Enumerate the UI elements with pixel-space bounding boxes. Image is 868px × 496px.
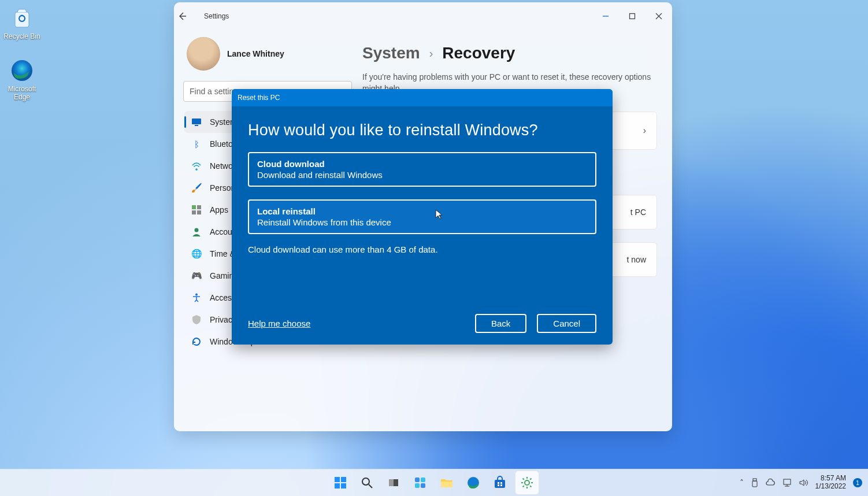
taskbar-file-explorer[interactable] bbox=[435, 471, 458, 494]
shield-icon bbox=[191, 314, 202, 325]
search-button[interactable] bbox=[355, 471, 379, 494]
taskbar-edge[interactable] bbox=[462, 471, 485, 494]
option-local-reinstall[interactable]: Local reinstall Reinstall Windows from t… bbox=[248, 199, 596, 234]
breadcrumb-current: Recovery bbox=[442, 44, 515, 62]
taskbar-store[interactable] bbox=[488, 471, 511, 494]
svg-rect-6 bbox=[192, 205, 196, 209]
chevron-right-icon: › bbox=[429, 47, 433, 60]
breadcrumb: System › Recovery bbox=[362, 44, 657, 62]
help-me-choose-link[interactable]: Help me choose bbox=[248, 319, 310, 328]
svg-rect-29 bbox=[498, 484, 499, 486]
svg-rect-15 bbox=[341, 483, 346, 488]
desktop-icon-label: Recycle Bin bbox=[2, 32, 42, 40]
svg-rect-4 bbox=[192, 119, 201, 124]
dialog-note: Cloud download can use more than 4 GB of… bbox=[248, 245, 596, 254]
tray-usb-icon[interactable] bbox=[751, 478, 759, 487]
svg-rect-3 bbox=[630, 14, 635, 19]
display-icon bbox=[191, 117, 202, 127]
dialog-heading: How would you like to reinstall Windows? bbox=[248, 121, 596, 139]
tray-chevron-up-icon[interactable]: ˄ bbox=[740, 478, 744, 487]
svg-point-16 bbox=[362, 478, 369, 485]
tray-network-icon[interactable] bbox=[783, 479, 792, 487]
taskbar-settings[interactable] bbox=[515, 471, 539, 495]
start-button[interactable] bbox=[329, 471, 352, 494]
svg-rect-0 bbox=[15, 12, 29, 27]
back-button[interactable] bbox=[177, 12, 201, 21]
svg-rect-41 bbox=[752, 481, 757, 487]
svg-rect-19 bbox=[389, 479, 394, 486]
gamepad-icon: 🎮 bbox=[191, 271, 202, 281]
tray-volume-icon[interactable] bbox=[799, 479, 808, 487]
task-view-button[interactable] bbox=[382, 471, 405, 494]
svg-rect-9 bbox=[197, 210, 201, 214]
recovery-button-label: t PC bbox=[630, 208, 646, 217]
svg-point-31 bbox=[525, 480, 529, 485]
desktop-icon-edge[interactable]: Microsoft Edge bbox=[2, 58, 42, 101]
svg-rect-8 bbox=[192, 210, 196, 214]
window-maximize-button[interactable] bbox=[619, 7, 646, 25]
update-icon bbox=[191, 336, 202, 347]
sidebar-item-label: Apps bbox=[210, 205, 228, 214]
svg-rect-7 bbox=[197, 205, 201, 209]
recovery-button-label: t now bbox=[627, 255, 646, 264]
globe-icon: 🌐 bbox=[191, 249, 202, 259]
breadcrumb-parent[interactable]: System bbox=[362, 44, 420, 62]
option-title: Local reinstall bbox=[257, 206, 587, 216]
svg-line-36 bbox=[523, 479, 524, 480]
svg-rect-26 bbox=[495, 480, 505, 488]
svg-rect-20 bbox=[415, 478, 420, 482]
avatar bbox=[187, 37, 220, 71]
svg-line-39 bbox=[530, 479, 531, 480]
option-cloud-download[interactable]: Cloud download Download and reinstall Wi… bbox=[248, 152, 596, 187]
svg-rect-14 bbox=[335, 483, 340, 488]
account-header[interactable]: Lance Whitney bbox=[187, 37, 357, 71]
system-tray: ˄ 8:57 AM 1/13/2022 1 bbox=[740, 469, 862, 496]
person-icon bbox=[191, 227, 202, 237]
option-desc: Reinstall Windows from this device bbox=[257, 217, 587, 227]
window-title: Settings bbox=[204, 12, 229, 20]
svg-point-11 bbox=[195, 294, 198, 296]
dialog-title: Reset this PC bbox=[238, 94, 280, 102]
svg-rect-27 bbox=[498, 482, 499, 484]
svg-rect-23 bbox=[421, 483, 425, 488]
notification-badge[interactable]: 1 bbox=[853, 478, 862, 487]
desktop: Recycle Bin Microsoft Edge Settings Lan bbox=[0, 0, 868, 496]
svg-rect-42 bbox=[784, 479, 791, 484]
account-name: Lance Whitney bbox=[227, 49, 284, 58]
svg-line-38 bbox=[523, 486, 524, 487]
desktop-icon-recycle-bin[interactable]: Recycle Bin bbox=[2, 5, 42, 40]
edge-icon bbox=[9, 58, 35, 83]
svg-rect-21 bbox=[421, 478, 425, 482]
window-minimize-button[interactable] bbox=[592, 7, 619, 25]
recycle-bin-icon bbox=[9, 5, 35, 31]
back-button[interactable]: Back bbox=[475, 314, 526, 333]
apps-icon bbox=[191, 205, 202, 215]
accessibility-icon bbox=[191, 293, 202, 303]
widgets-button[interactable] bbox=[409, 471, 432, 494]
taskbar-clock[interactable]: 8:57 AM 1/13/2022 bbox=[815, 475, 846, 491]
window-close-button[interactable] bbox=[646, 7, 672, 25]
reset-pc-dialog: Reset this PC How would you like to rein… bbox=[232, 89, 613, 345]
chevron-right-icon: › bbox=[643, 125, 646, 136]
svg-point-10 bbox=[195, 228, 199, 232]
taskbar-center bbox=[329, 469, 539, 496]
option-title: Cloud download bbox=[257, 159, 587, 169]
cancel-button[interactable]: Cancel bbox=[537, 314, 596, 333]
svg-rect-28 bbox=[500, 482, 502, 484]
svg-rect-22 bbox=[415, 483, 420, 488]
taskbar-time: 8:57 AM bbox=[815, 475, 846, 483]
bluetooth-icon: ᛒ bbox=[191, 139, 202, 149]
svg-rect-13 bbox=[341, 477, 346, 482]
svg-line-17 bbox=[369, 484, 372, 488]
svg-line-37 bbox=[530, 486, 531, 487]
dialog-titlebar: Reset this PC bbox=[232, 89, 613, 106]
svg-rect-30 bbox=[500, 484, 502, 486]
svg-rect-5 bbox=[195, 125, 198, 126]
search-placeholder: Find a setting bbox=[190, 87, 238, 96]
brush-icon: 🖌️ bbox=[191, 183, 202, 193]
svg-rect-24 bbox=[441, 482, 452, 487]
taskbar: ˄ 8:57 AM 1/13/2022 1 bbox=[0, 469, 868, 496]
svg-rect-12 bbox=[335, 477, 340, 482]
taskbar-date: 1/13/2022 bbox=[815, 483, 846, 491]
tray-onedrive-icon[interactable] bbox=[766, 479, 776, 487]
